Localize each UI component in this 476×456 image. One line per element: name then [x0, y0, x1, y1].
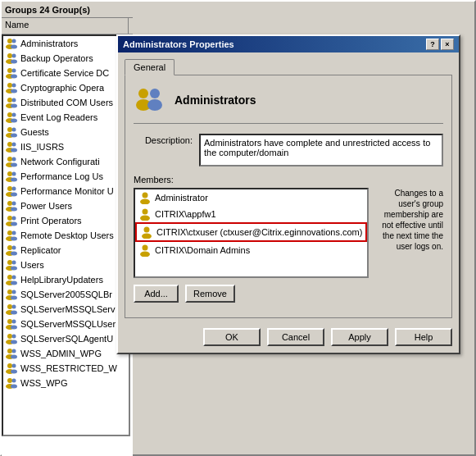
- group-item[interactable]: Power Users: [3, 198, 129, 213]
- ok-button[interactable]: OK: [203, 328, 261, 346]
- group-name: Performance Monitor U: [20, 186, 114, 196]
- member-item[interactable]: CITRIX\appfw1: [135, 206, 367, 222]
- svg-point-50: [12, 217, 16, 221]
- groups-list[interactable]: Administrators Backup Operators Certific…: [2, 34, 130, 436]
- svg-point-24: [7, 127, 12, 132]
- svg-point-68: [7, 290, 12, 294]
- group-item[interactable]: Backup Operators: [3, 51, 129, 66]
- note-text: Changes to a user's group membership are…: [377, 188, 443, 252]
- admin-properties-dialog: Administrators Properties ? × General: [116, 34, 460, 354]
- group-name: HelpLibraryUpdaters: [20, 275, 103, 285]
- remove-button[interactable]: Remove: [185, 285, 235, 303]
- svg-point-67: [11, 281, 17, 285]
- svg-point-0: [7, 39, 12, 43]
- group-item[interactable]: HelpLibraryUpdaters: [3, 272, 129, 287]
- group-name: WSS_WPG: [20, 378, 67, 388]
- member-item[interactable]: CITRIX\Domain Admins: [135, 242, 367, 258]
- group-name: SQLServerSQLAgentU: [20, 334, 113, 344]
- groups-title: Groups 24 Group(s): [2, 2, 133, 18]
- group-icon: [5, 273, 18, 286]
- add-button[interactable]: Add...: [134, 285, 179, 303]
- svg-point-38: [12, 172, 16, 176]
- group-name: Remote Desktop Users: [20, 230, 114, 240]
- group-icon: [5, 347, 18, 360]
- group-item[interactable]: WSS_RESTRICTED_W: [3, 361, 129, 376]
- svg-point-40: [7, 186, 12, 191]
- svg-point-47: [11, 207, 17, 212]
- member-item[interactable]: Administrator: [135, 189, 367, 206]
- group-item[interactable]: Event Log Readers: [3, 110, 129, 125]
- svg-point-2: [12, 39, 16, 43]
- group-item[interactable]: SQLServerSQLAgentU: [3, 331, 129, 346]
- svg-point-98: [150, 89, 160, 98]
- member-name: CITRIX\Domain Admins: [155, 245, 250, 255]
- group-name: Administrators: [20, 39, 78, 48]
- group-item[interactable]: WSS_WPG: [3, 376, 129, 390]
- group-item[interactable]: Performance Monitor U: [3, 184, 129, 198]
- dialog-title: Administrators Properties: [123, 39, 426, 49]
- svg-point-15: [11, 89, 17, 93]
- description-row: Description: Administrators have complet…: [134, 134, 443, 166]
- svg-point-23: [11, 119, 17, 123]
- group-item[interactable]: Certificate Service DC: [3, 66, 129, 80]
- svg-point-82: [12, 335, 16, 339]
- help-title-btn[interactable]: ?: [426, 39, 439, 50]
- svg-point-75: [11, 311, 17, 315]
- group-icon: [5, 362, 18, 375]
- help-button[interactable]: Help: [395, 328, 452, 346]
- group-item[interactable]: Administrators: [3, 36, 129, 51]
- svg-point-51: [11, 222, 17, 226]
- svg-point-52: [7, 230, 12, 235]
- dialog-body: General Administrators: [118, 52, 459, 325]
- description-value[interactable]: Administrators have complete and unrestr…: [199, 134, 443, 166]
- group-item[interactable]: WSS_ADMIN_WPG: [3, 346, 129, 361]
- svg-point-79: [11, 326, 17, 330]
- member-name: Administrator: [155, 193, 208, 203]
- group-item[interactable]: SQLServerMSSQLUser: [3, 317, 129, 331]
- svg-point-16: [7, 98, 12, 103]
- svg-point-28: [7, 142, 12, 147]
- svg-point-87: [11, 355, 17, 359]
- svg-point-6: [12, 54, 16, 58]
- group-name: Print Operators: [20, 216, 82, 226]
- svg-point-26: [12, 128, 16, 132]
- group-item[interactable]: Remote Desktop Users: [3, 228, 129, 243]
- svg-point-43: [11, 193, 17, 197]
- group-item[interactable]: Print Operators: [3, 213, 129, 228]
- group-item[interactable]: SQLServer2005SQLBr: [3, 287, 129, 302]
- group-name: IIS_IUSRS: [20, 142, 64, 152]
- group-item[interactable]: IIS_IUSRS: [3, 139, 129, 154]
- group-name: WSS_RESTRICTED_W: [20, 363, 117, 373]
- svg-point-4: [7, 53, 12, 58]
- group-name: Users: [20, 260, 44, 270]
- members-row: Administrator CITRIX\appfw1 CITRIX\ctxus…: [134, 188, 443, 309]
- group-item[interactable]: SQLServerMSSQLServ: [3, 302, 129, 317]
- dialog-titlebar: Administrators Properties ? ×: [118, 36, 459, 52]
- member-item[interactable]: CITRIX\ctxuser (ctxuser@Citrix.eginnovat…: [135, 222, 367, 242]
- group-item[interactable]: Guests: [3, 125, 129, 139]
- group-item[interactable]: Network Configurati: [3, 154, 129, 169]
- svg-point-70: [12, 290, 16, 294]
- svg-point-58: [12, 246, 16, 250]
- group-item[interactable]: Users: [3, 258, 129, 272]
- group-item[interactable]: Performance Log Us: [3, 169, 129, 184]
- group-item[interactable]: Replicator: [3, 243, 129, 258]
- apply-button[interactable]: Apply: [331, 328, 388, 346]
- svg-point-90: [12, 364, 16, 368]
- svg-point-56: [7, 245, 12, 250]
- group-item[interactable]: Cryptographic Opera: [3, 80, 129, 95]
- close-title-btn[interactable]: ×: [441, 39, 454, 50]
- svg-point-18: [12, 98, 16, 103]
- svg-point-71: [11, 296, 17, 300]
- svg-point-3: [11, 45, 17, 49]
- groups-panel: Groups 24 Group(s) Name Administrators B…: [2, 2, 133, 456]
- svg-point-54: [12, 231, 16, 235]
- admin-icon: [134, 84, 166, 116]
- group-name: SQLServer2005SQLBr: [20, 290, 112, 299]
- group-name: Backup Operators: [20, 53, 93, 63]
- svg-point-19: [11, 104, 17, 108]
- cancel-button[interactable]: Cancel: [267, 328, 324, 346]
- tab-general[interactable]: General: [125, 59, 175, 75]
- members-list[interactable]: Administrator CITRIX\appfw1 CITRIX\ctxus…: [134, 188, 369, 278]
- group-item[interactable]: Distributed COM Users: [3, 95, 129, 110]
